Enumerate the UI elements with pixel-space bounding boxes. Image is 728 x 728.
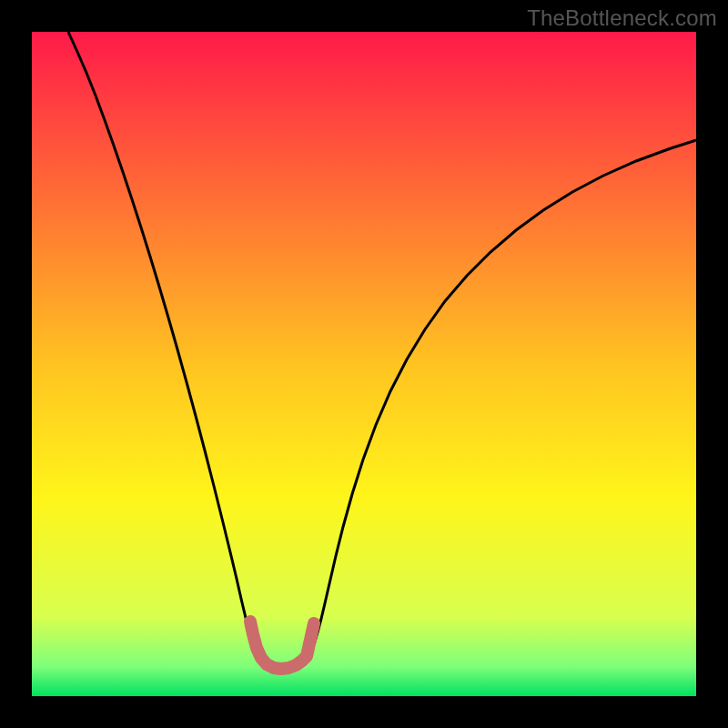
watermark-text: TheBottleneck.com: [527, 5, 717, 31]
plot-area: [32, 32, 696, 696]
chart-svg: [32, 32, 696, 696]
gradient-bg: [32, 32, 696, 696]
chart-frame: TheBottleneck.com: [0, 0, 728, 728]
